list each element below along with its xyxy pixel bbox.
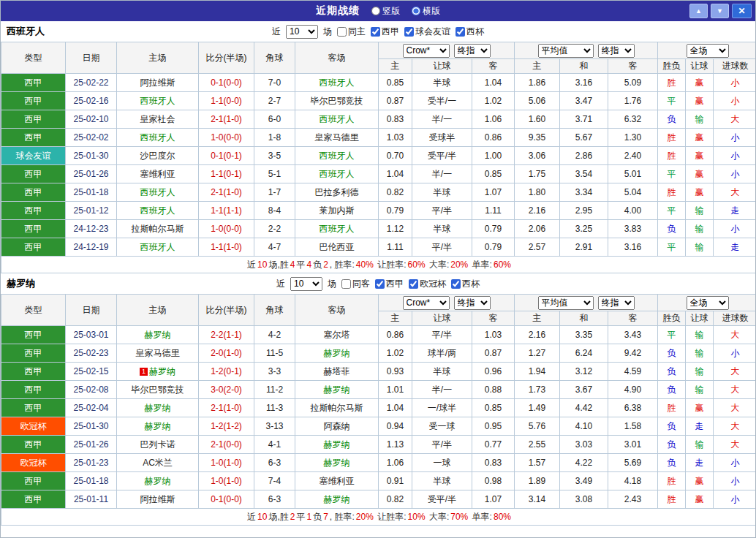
competition-filter-2-checkbox[interactable] bbox=[456, 27, 465, 37]
avg-source-select[interactable]: 平均值 bbox=[538, 44, 594, 58]
away-team-name: 巴伦西亚 bbox=[320, 242, 355, 252]
same-venue-filter-checkbox[interactable] bbox=[337, 27, 347, 37]
same-venue-filter-checkbox[interactable] bbox=[341, 279, 351, 289]
odds-home: 0.87 bbox=[379, 92, 412, 110]
europe-odds-controls: 平均值终指 bbox=[515, 295, 658, 311]
result-goals: 走 bbox=[714, 238, 756, 257]
close-button[interactable]: ✕ bbox=[732, 4, 752, 18]
odds-final-select[interactable]: 终指 bbox=[454, 44, 491, 58]
type-header: 类型 bbox=[1, 42, 66, 74]
sections-root: 西班牙人近10场同主西甲球会友谊西杯类型日期主场比分(半场)角球客场Crow*终… bbox=[1, 21, 755, 526]
same-venue-filter[interactable]: 同客 bbox=[341, 278, 370, 290]
recent-count-select[interactable]: 10 bbox=[286, 25, 318, 39]
avg-away-odds: 3.83 bbox=[608, 220, 658, 238]
competition-filter-1-checkbox[interactable] bbox=[409, 279, 418, 289]
away-team-name: 赫罗纳 bbox=[324, 458, 350, 468]
home-team-name: 赫罗纳 bbox=[145, 403, 171, 413]
avg-draw-odds: 4.22 bbox=[560, 454, 608, 472]
result-handicap: 输 bbox=[686, 110, 714, 129]
competition-filter-0-checkbox[interactable] bbox=[371, 27, 380, 37]
competition-filter-0-label: 西甲 bbox=[382, 26, 399, 38]
scope-select[interactable]: 全场 bbox=[687, 296, 729, 310]
odds-source-select[interactable]: Crow* bbox=[403, 44, 450, 58]
summary-segment: 20% bbox=[450, 259, 468, 270]
handicap-odds-controls: Crow*终指 bbox=[379, 42, 515, 59]
handicap-line: 半球 bbox=[412, 220, 472, 238]
home-team: 塞维利亚 bbox=[117, 165, 199, 183]
away-team: 西班牙人 bbox=[295, 74, 379, 92]
match-row: 西甲25-01-26塞维利亚1-1(0-1)5-1西班牙人1.04半/一0.85… bbox=[1, 165, 756, 183]
home-team: 毕尔巴鄂竞技 bbox=[117, 381, 199, 399]
odds-away: 1.04 bbox=[472, 74, 515, 92]
home-team: 阿拉维斯 bbox=[117, 490, 199, 509]
avg-away-odds: 1.30 bbox=[608, 129, 658, 147]
avg-draw-odds: 3.49 bbox=[560, 472, 608, 490]
away-team: 西班牙人 bbox=[295, 110, 379, 129]
competition-filter-1[interactable]: 球会友谊 bbox=[404, 26, 450, 38]
competition-filter-0[interactable]: 西甲 bbox=[371, 26, 399, 38]
corner-score: 7-0 bbox=[254, 74, 295, 92]
match-date: 24-12-23 bbox=[66, 220, 117, 238]
odds-final-select[interactable]: 终指 bbox=[454, 296, 491, 310]
result-outcome: 胜 bbox=[658, 399, 686, 417]
handicap-line: 半球 bbox=[412, 183, 472, 202]
avg-home-odds: 3.06 bbox=[515, 147, 560, 165]
handicap-line: 半球 bbox=[412, 472, 472, 490]
match-row: 西甲25-02-22阿拉维斯0-1(0-0)7-0西班牙人0.85半球1.041… bbox=[1, 74, 756, 92]
move-down-button[interactable]: ▼ bbox=[711, 4, 729, 18]
same-venue-filter[interactable]: 同主 bbox=[337, 26, 366, 38]
result-handicap: 走 bbox=[686, 454, 714, 472]
result-goals: 小 bbox=[714, 165, 756, 183]
competition-filter-1-checkbox[interactable] bbox=[404, 27, 414, 37]
recent-count-select[interactable]: 10 bbox=[290, 277, 322, 291]
home-team-name: 赫罗纳 bbox=[149, 366, 175, 376]
layout-horizontal-radio[interactable] bbox=[412, 7, 420, 15]
odds-away: 1.03 bbox=[472, 326, 515, 344]
result-goals: 小 bbox=[714, 147, 756, 165]
competition-filter-2[interactable]: 西杯 bbox=[451, 278, 480, 290]
corner-score: 6-3 bbox=[254, 454, 295, 472]
home-team: 西班牙人 bbox=[117, 183, 199, 202]
recent-results-panel: 近期战绩 竖版 横版 ▲ ▼ ✕ 西班牙人近10场同主西甲球会友谊西杯类型日期主… bbox=[0, 0, 756, 538]
competition-badge: 西甲 bbox=[1, 399, 66, 417]
corner-score: 11-5 bbox=[254, 344, 295, 363]
match-row: 西甲25-02-16西班牙人1-1(0-0)2-7毕尔巴鄂竞技0.87受半/一1… bbox=[1, 92, 756, 110]
competition-filter-2-checkbox[interactable] bbox=[451, 279, 461, 289]
avg-home-odds: 1.27 bbox=[515, 344, 560, 363]
away-team-name: 塞尔塔 bbox=[324, 330, 350, 340]
result-outcome: 负 bbox=[658, 436, 686, 454]
home-team: 阿拉维斯 bbox=[117, 74, 199, 92]
result-handicap: 赢 bbox=[686, 399, 714, 417]
avg-final-select[interactable]: 终指 bbox=[598, 296, 635, 310]
summary-cell: 近10场,胜4平4负2, 胜率:40% 让胜率:60% 大率:20% 单率:60… bbox=[1, 257, 756, 273]
avg-draw-odds: 3.47 bbox=[560, 92, 608, 110]
competition-filter-0-checkbox[interactable] bbox=[375, 279, 385, 289]
competition-filter-1[interactable]: 欧冠杯 bbox=[409, 278, 446, 290]
summary-segment: 1 bbox=[306, 512, 311, 522]
layout-horizontal-option[interactable]: 横版 bbox=[412, 5, 440, 18]
avg-away-odds: 4.90 bbox=[608, 381, 658, 399]
layout-vertical-radio[interactable] bbox=[371, 7, 380, 15]
odds-home: 0.93 bbox=[379, 363, 412, 381]
odds-source-select[interactable]: Crow* bbox=[403, 296, 450, 310]
away-team-name: 皇家马德里 bbox=[315, 132, 359, 143]
team-section: 西班牙人近10场同主西甲球会友谊西杯类型日期主场比分(半场)角球客场Crow*终… bbox=[1, 21, 755, 273]
date-header: 日期 bbox=[66, 42, 117, 74]
away-team: 毕尔巴鄂竞技 bbox=[295, 92, 379, 110]
score-header: 比分(半场) bbox=[199, 42, 254, 74]
competition-filter-2[interactable]: 西杯 bbox=[456, 26, 484, 38]
competition-badge: 西甲 bbox=[1, 490, 66, 509]
move-up-button[interactable]: ▲ bbox=[689, 4, 708, 18]
avg-draw-odds: 5.67 bbox=[560, 129, 608, 147]
competition-filter-2-label: 西杯 bbox=[462, 278, 480, 290]
avg-source-select[interactable]: 平均值 bbox=[538, 296, 594, 310]
avg-draw-odds: 3.71 bbox=[560, 110, 608, 129]
scope-select[interactable]: 全场 bbox=[687, 44, 729, 58]
result-outcome: 平 bbox=[658, 202, 686, 220]
away-team: 赫罗纳 bbox=[295, 454, 379, 472]
away-team-name: 巴拉多利德 bbox=[315, 187, 359, 197]
layout-vertical-option[interactable]: 竖版 bbox=[371, 5, 400, 18]
competition-filter-0[interactable]: 西甲 bbox=[375, 278, 404, 290]
avg-final-select[interactable]: 终指 bbox=[598, 44, 635, 58]
away-team-name: 赫罗纳 bbox=[324, 494, 350, 504]
